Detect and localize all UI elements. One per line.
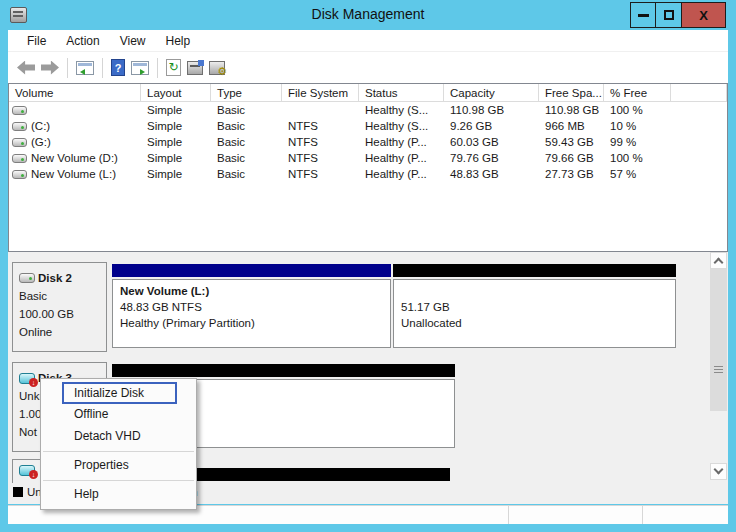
capacity-value: 79.76 GB [444, 152, 539, 164]
maximize-icon [664, 10, 674, 20]
close-button[interactable]: X [681, 2, 726, 28]
fs-value: NTFS [282, 152, 359, 164]
pct-free-value: 100 % [604, 104, 671, 116]
titlebar: Disk Management X [0, 0, 736, 30]
window-title: Disk Management [0, 6, 736, 22]
minimize-button[interactable] [630, 2, 656, 28]
scroll-down-button[interactable] [710, 463, 727, 480]
capacity-value: 60.03 GB [444, 136, 539, 148]
toolbar-separator [67, 58, 68, 78]
col-free-space[interactable]: Free Spa... [539, 84, 604, 101]
free-value: 59.43 GB [539, 136, 604, 148]
capacity-value: 9.26 GB [444, 120, 539, 132]
menu-item-detach-vhd[interactable]: Detach VHD [41, 426, 196, 448]
help-icon[interactable]: ? [111, 59, 125, 76]
menu-help[interactable]: Help [156, 32, 201, 50]
scroll-up-button[interactable] [710, 252, 727, 269]
free-value: 966 MB [539, 120, 604, 132]
unallocated-strip [393, 264, 676, 277]
free-value: 110.98 GB [539, 104, 604, 116]
disk-size: 100.00 GB [19, 305, 106, 323]
table-row[interactable]: (C:) Simple Basic NTFS Healthy (S... 9.2… [9, 118, 727, 134]
type-value: Basic [211, 136, 282, 148]
disk-state: Online [19, 323, 106, 341]
menu-separator [43, 480, 194, 481]
back-icon[interactable] [17, 61, 35, 75]
show-action-pane-icon[interactable] [131, 61, 149, 75]
menu-action[interactable]: Action [56, 32, 109, 50]
partition-unallocated-disk2[interactable]: 51.17 GB Unallocated [393, 264, 676, 348]
status-divider [508, 506, 509, 524]
volume-name: (C:) [31, 120, 50, 132]
volume-icon [12, 122, 27, 131]
layout-value: Simple [141, 104, 211, 116]
volume-list-header: Volume Layout Type File System Status Ca… [9, 84, 727, 102]
volume-icon [12, 138, 27, 147]
menubar: File Action View Help [8, 30, 728, 52]
type-value: Basic [211, 168, 282, 180]
toolbar-separator [157, 58, 158, 78]
layout-value: Simple [141, 136, 211, 148]
menu-view[interactable]: View [110, 32, 156, 50]
disk-management-window: Disk Management X File Action View Help … [0, 0, 736, 532]
chevron-down-icon [714, 465, 724, 475]
toolbar: ? ↻ [8, 52, 728, 83]
menu-item-offline[interactable]: Offline [41, 404, 196, 426]
volume-icon [12, 170, 27, 179]
pct-free-value: 10 % [604, 120, 671, 132]
table-row[interactable]: New Volume (D:) Simple Basic NTFS Health… [9, 150, 727, 166]
pct-free-value: 99 % [604, 136, 671, 148]
col-type[interactable]: Type [211, 84, 282, 101]
table-row[interactable]: (G:) Simple Basic NTFS Healthy (P... 60.… [9, 134, 727, 150]
menu-item-initialize-disk[interactable]: Initialize Disk [62, 382, 177, 404]
scrollbar-grip-icon [714, 366, 723, 375]
disk-context-menu: Initialize Disk Offline Detach VHD Prope… [40, 378, 197, 510]
refresh-icon[interactable]: ↻ [166, 59, 181, 76]
partition-new-volume-l[interactable]: New Volume (L:) 48.83 GB NTFS Healthy (P… [112, 264, 391, 348]
partition-size: 48.83 GB NTFS [120, 299, 383, 315]
show-console-tree-icon[interactable] [76, 61, 94, 75]
status-value: Healthy (S... [359, 120, 444, 132]
disk-icon [19, 273, 35, 283]
maximize-button[interactable] [655, 2, 682, 28]
layout-value: Simple [141, 168, 211, 180]
status-value: Healthy (P... [359, 136, 444, 148]
pct-free-value: 100 % [604, 152, 671, 164]
disk-type: Basic [19, 287, 106, 305]
partition-status: Unallocated [401, 315, 668, 331]
layout-value: Simple [141, 120, 211, 132]
col-file-system[interactable]: File System [282, 84, 359, 101]
type-value: Basic [211, 120, 282, 132]
minimize-icon [638, 14, 649, 17]
configure-icon[interactable] [209, 61, 225, 75]
forward-icon[interactable] [41, 61, 59, 75]
table-row[interactable]: New Volume (L:) Simple Basic NTFS Health… [9, 166, 727, 182]
menu-item-properties[interactable]: Properties [41, 455, 196, 477]
unallocated-legend-swatch [13, 487, 23, 497]
disk-management-icon[interactable] [187, 61, 203, 75]
free-value: 79.66 GB [539, 152, 604, 164]
unallocated-strip [112, 364, 455, 377]
col-pct-free[interactable]: % Free [604, 84, 671, 101]
capacity-value: 48.83 GB [444, 168, 539, 180]
menu-item-help[interactable]: Help [41, 484, 196, 506]
primary-partition-strip [112, 264, 391, 277]
status-value: Healthy (P... [359, 168, 444, 180]
type-value: Basic [211, 152, 282, 164]
volume-name: New Volume (D:) [31, 152, 118, 164]
uninitialized-disk-icon [19, 373, 35, 384]
col-volume[interactable]: Volume [9, 84, 141, 101]
vertical-scrollbar[interactable] [710, 252, 727, 480]
scrollbar-thumb[interactable] [710, 269, 727, 411]
partition-title: New Volume (L:) [120, 283, 383, 299]
menu-file[interactable]: File [17, 32, 56, 50]
status-value: Healthy (P... [359, 152, 444, 164]
chevron-up-icon [714, 258, 724, 268]
col-capacity[interactable]: Capacity [444, 84, 539, 101]
disk2-label[interactable]: Disk 2 Basic 100.00 GB Online [12, 262, 107, 352]
col-status[interactable]: Status [359, 84, 444, 101]
table-row[interactable]: Simple Basic Healthy (S... 110.98 GB 110… [9, 102, 727, 118]
col-layout[interactable]: Layout [141, 84, 211, 101]
capacity-value: 110.98 GB [444, 104, 539, 116]
col-empty [671, 84, 727, 101]
